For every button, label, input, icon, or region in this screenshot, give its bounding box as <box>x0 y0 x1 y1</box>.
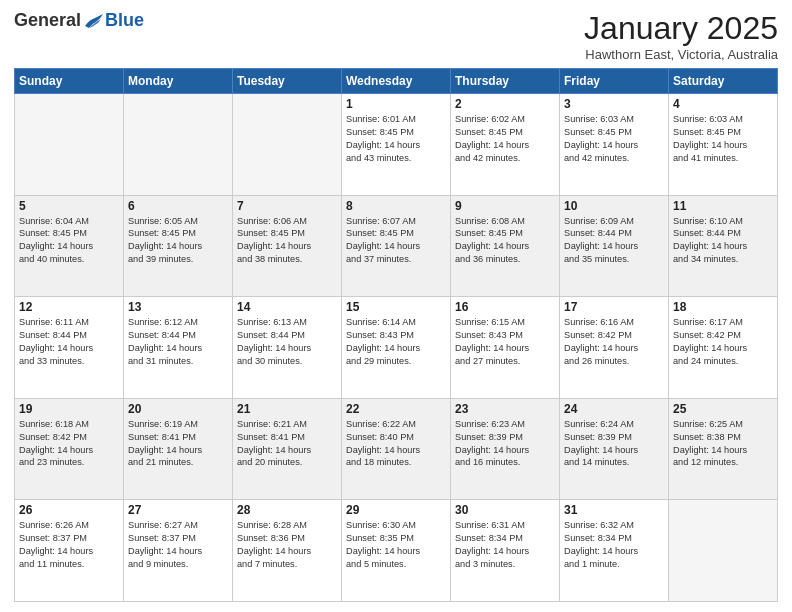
day-info: Sunrise: 6:22 AMSunset: 8:40 PMDaylight:… <box>346 418 446 470</box>
calendar-day-cell: 18Sunrise: 6:17 AMSunset: 8:42 PMDayligh… <box>669 297 778 399</box>
day-number: 20 <box>128 402 228 416</box>
day-info: Sunrise: 6:21 AMSunset: 8:41 PMDaylight:… <box>237 418 337 470</box>
calendar-day-cell: 13Sunrise: 6:12 AMSunset: 8:44 PMDayligh… <box>124 297 233 399</box>
calendar-header-wednesday: Wednesday <box>342 69 451 94</box>
day-number: 4 <box>673 97 773 111</box>
day-number: 3 <box>564 97 664 111</box>
day-info: Sunrise: 6:09 AMSunset: 8:44 PMDaylight:… <box>564 215 664 267</box>
calendar-day-cell: 29Sunrise: 6:30 AMSunset: 8:35 PMDayligh… <box>342 500 451 602</box>
day-number: 16 <box>455 300 555 314</box>
day-info: Sunrise: 6:04 AMSunset: 8:45 PMDaylight:… <box>19 215 119 267</box>
day-info: Sunrise: 6:19 AMSunset: 8:41 PMDaylight:… <box>128 418 228 470</box>
day-number: 9 <box>455 199 555 213</box>
calendar-day-cell: 27Sunrise: 6:27 AMSunset: 8:37 PMDayligh… <box>124 500 233 602</box>
calendar-day-cell: 3Sunrise: 6:03 AMSunset: 8:45 PMDaylight… <box>560 94 669 196</box>
day-number: 11 <box>673 199 773 213</box>
calendar-day-cell: 17Sunrise: 6:16 AMSunset: 8:42 PMDayligh… <box>560 297 669 399</box>
day-number: 24 <box>564 402 664 416</box>
title-block: January 2025 Hawthorn East, Victoria, Au… <box>584 10 778 62</box>
day-number: 28 <box>237 503 337 517</box>
calendar-day-cell: 22Sunrise: 6:22 AMSunset: 8:40 PMDayligh… <box>342 398 451 500</box>
day-number: 26 <box>19 503 119 517</box>
calendar-day-cell: 14Sunrise: 6:13 AMSunset: 8:44 PMDayligh… <box>233 297 342 399</box>
day-number: 1 <box>346 97 446 111</box>
calendar-day-cell <box>15 94 124 196</box>
calendar-day-cell: 11Sunrise: 6:10 AMSunset: 8:44 PMDayligh… <box>669 195 778 297</box>
calendar-day-cell: 6Sunrise: 6:05 AMSunset: 8:45 PMDaylight… <box>124 195 233 297</box>
logo-blue: Blue <box>105 10 144 31</box>
day-number: 18 <box>673 300 773 314</box>
day-number: 25 <box>673 402 773 416</box>
day-info: Sunrise: 6:24 AMSunset: 8:39 PMDaylight:… <box>564 418 664 470</box>
day-info: Sunrise: 6:10 AMSunset: 8:44 PMDaylight:… <box>673 215 773 267</box>
calendar-header-sunday: Sunday <box>15 69 124 94</box>
day-info: Sunrise: 6:13 AMSunset: 8:44 PMDaylight:… <box>237 316 337 368</box>
day-number: 22 <box>346 402 446 416</box>
calendar-day-cell: 8Sunrise: 6:07 AMSunset: 8:45 PMDaylight… <box>342 195 451 297</box>
calendar-table: SundayMondayTuesdayWednesdayThursdayFrid… <box>14 68 778 602</box>
day-info: Sunrise: 6:08 AMSunset: 8:45 PMDaylight:… <box>455 215 555 267</box>
calendar-header-row: SundayMondayTuesdayWednesdayThursdayFrid… <box>15 69 778 94</box>
calendar-day-cell: 16Sunrise: 6:15 AMSunset: 8:43 PMDayligh… <box>451 297 560 399</box>
day-info: Sunrise: 6:28 AMSunset: 8:36 PMDaylight:… <box>237 519 337 571</box>
calendar-week-row: 1Sunrise: 6:01 AMSunset: 8:45 PMDaylight… <box>15 94 778 196</box>
calendar-day-cell: 9Sunrise: 6:08 AMSunset: 8:45 PMDaylight… <box>451 195 560 297</box>
calendar-day-cell: 20Sunrise: 6:19 AMSunset: 8:41 PMDayligh… <box>124 398 233 500</box>
calendar-day-cell: 2Sunrise: 6:02 AMSunset: 8:45 PMDaylight… <box>451 94 560 196</box>
calendar-header-monday: Monday <box>124 69 233 94</box>
day-number: 29 <box>346 503 446 517</box>
day-info: Sunrise: 6:30 AMSunset: 8:35 PMDaylight:… <box>346 519 446 571</box>
calendar-day-cell: 23Sunrise: 6:23 AMSunset: 8:39 PMDayligh… <box>451 398 560 500</box>
day-number: 8 <box>346 199 446 213</box>
calendar-day-cell: 30Sunrise: 6:31 AMSunset: 8:34 PMDayligh… <box>451 500 560 602</box>
calendar-day-cell: 25Sunrise: 6:25 AMSunset: 8:38 PMDayligh… <box>669 398 778 500</box>
day-number: 27 <box>128 503 228 517</box>
day-info: Sunrise: 6:18 AMSunset: 8:42 PMDaylight:… <box>19 418 119 470</box>
day-info: Sunrise: 6:31 AMSunset: 8:34 PMDaylight:… <box>455 519 555 571</box>
calendar-day-cell: 19Sunrise: 6:18 AMSunset: 8:42 PMDayligh… <box>15 398 124 500</box>
calendar-header-tuesday: Tuesday <box>233 69 342 94</box>
day-info: Sunrise: 6:23 AMSunset: 8:39 PMDaylight:… <box>455 418 555 470</box>
calendar-week-row: 5Sunrise: 6:04 AMSunset: 8:45 PMDaylight… <box>15 195 778 297</box>
day-number: 2 <box>455 97 555 111</box>
calendar-header-saturday: Saturday <box>669 69 778 94</box>
logo: General Blue <box>14 10 144 31</box>
logo-text: General Blue <box>14 10 144 31</box>
day-number: 31 <box>564 503 664 517</box>
day-info: Sunrise: 6:06 AMSunset: 8:45 PMDaylight:… <box>237 215 337 267</box>
calendar-day-cell: 10Sunrise: 6:09 AMSunset: 8:44 PMDayligh… <box>560 195 669 297</box>
logo-bird-icon <box>83 12 105 30</box>
day-number: 30 <box>455 503 555 517</box>
day-info: Sunrise: 6:12 AMSunset: 8:44 PMDaylight:… <box>128 316 228 368</box>
day-info: Sunrise: 6:25 AMSunset: 8:38 PMDaylight:… <box>673 418 773 470</box>
calendar-day-cell: 26Sunrise: 6:26 AMSunset: 8:37 PMDayligh… <box>15 500 124 602</box>
day-number: 17 <box>564 300 664 314</box>
subtitle: Hawthorn East, Victoria, Australia <box>584 47 778 62</box>
day-number: 13 <box>128 300 228 314</box>
day-info: Sunrise: 6:02 AMSunset: 8:45 PMDaylight:… <box>455 113 555 165</box>
calendar-week-row: 19Sunrise: 6:18 AMSunset: 8:42 PMDayligh… <box>15 398 778 500</box>
day-number: 19 <box>19 402 119 416</box>
calendar-header-friday: Friday <box>560 69 669 94</box>
calendar-header-thursday: Thursday <box>451 69 560 94</box>
day-info: Sunrise: 6:27 AMSunset: 8:37 PMDaylight:… <box>128 519 228 571</box>
calendar-day-cell: 4Sunrise: 6:03 AMSunset: 8:45 PMDaylight… <box>669 94 778 196</box>
day-number: 15 <box>346 300 446 314</box>
day-info: Sunrise: 6:11 AMSunset: 8:44 PMDaylight:… <box>19 316 119 368</box>
day-info: Sunrise: 6:03 AMSunset: 8:45 PMDaylight:… <box>673 113 773 165</box>
logo-general: General <box>14 10 81 31</box>
calendar-day-cell: 21Sunrise: 6:21 AMSunset: 8:41 PMDayligh… <box>233 398 342 500</box>
day-info: Sunrise: 6:32 AMSunset: 8:34 PMDaylight:… <box>564 519 664 571</box>
month-title: January 2025 <box>584 10 778 47</box>
calendar-week-row: 26Sunrise: 6:26 AMSunset: 8:37 PMDayligh… <box>15 500 778 602</box>
calendar-day-cell: 15Sunrise: 6:14 AMSunset: 8:43 PMDayligh… <box>342 297 451 399</box>
calendar-week-row: 12Sunrise: 6:11 AMSunset: 8:44 PMDayligh… <box>15 297 778 399</box>
day-number: 10 <box>564 199 664 213</box>
day-number: 23 <box>455 402 555 416</box>
calendar-day-cell: 24Sunrise: 6:24 AMSunset: 8:39 PMDayligh… <box>560 398 669 500</box>
calendar-day-cell <box>669 500 778 602</box>
day-info: Sunrise: 6:01 AMSunset: 8:45 PMDaylight:… <box>346 113 446 165</box>
calendar-day-cell: 28Sunrise: 6:28 AMSunset: 8:36 PMDayligh… <box>233 500 342 602</box>
day-info: Sunrise: 6:26 AMSunset: 8:37 PMDaylight:… <box>19 519 119 571</box>
day-number: 6 <box>128 199 228 213</box>
